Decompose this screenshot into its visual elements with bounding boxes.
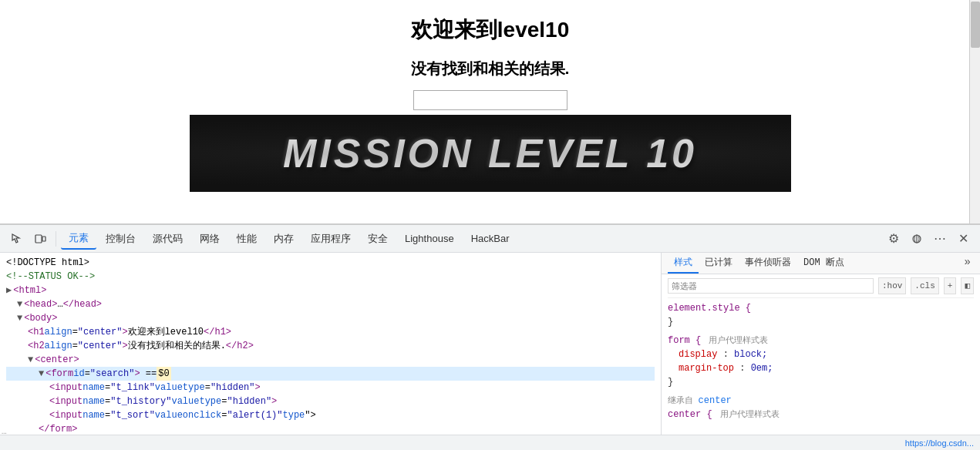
html-arrow-head[interactable]: ▼ xyxy=(17,297,22,311)
html-line-head[interactable]: ▼ <head> … </head> xyxy=(6,297,655,311)
html-more-indicator: … xyxy=(2,427,7,435)
page-scrollbar[interactable] xyxy=(969,0,980,223)
styles-content: :hov .cls + ◧ element.style { } xyxy=(662,274,980,429)
styles-tab-styles[interactable]: 样式 xyxy=(668,253,699,274)
tab-console[interactable]: 控制台 xyxy=(98,229,143,249)
cls-button[interactable]: .cls xyxy=(911,277,938,294)
tab-sources[interactable]: 源代码 xyxy=(145,229,190,249)
dom-0-marker: $0 xyxy=(157,367,170,381)
html-line-comment: <!--STATUS OK--> xyxy=(6,270,655,284)
close-devtools-icon[interactable]: ✕ xyxy=(952,228,974,250)
page-subtitle: 没有找到和相关的结果. xyxy=(411,59,570,79)
html-line-html[interactable]: ▶ <html> xyxy=(6,284,655,297)
form-style-close: } xyxy=(668,375,974,389)
tab-performance[interactable]: 性能 xyxy=(229,229,264,249)
element-style-block: element.style { } xyxy=(668,301,974,329)
device-icon-button[interactable] xyxy=(29,228,51,250)
html-line-h1[interactable]: <h1 align = "center" > 欢迎来到level10 </h1> xyxy=(6,325,655,339)
tab-elements[interactable]: 元素 xyxy=(61,228,96,250)
form-style-block: form { 用户代理样式表 display : block; margin-t… xyxy=(668,334,974,389)
tab-network[interactable]: 网络 xyxy=(192,229,227,249)
html-line-center[interactable]: ▼ <center> xyxy=(6,353,655,367)
styles-tabs: 样式 已计算 事件侦听器 DOM 断点 » xyxy=(662,253,980,274)
inspect-icon-button[interactable] xyxy=(6,228,28,250)
add-style-icon[interactable]: + xyxy=(944,277,957,294)
tab-lighthouse[interactable]: Lighthouse xyxy=(397,230,462,247)
element-style-close: } xyxy=(668,315,974,329)
html-line-input1[interactable]: <input name = "t_link" value type = "hid… xyxy=(6,381,655,395)
html-line-doctype: <!DOCTYPE html> xyxy=(6,256,655,270)
styles-tab-more-icon[interactable]: » xyxy=(961,253,974,274)
more-options-icon[interactable]: ⋯ xyxy=(929,228,951,250)
html-panel: <!DOCTYPE html> <!--STATUS OK--> ▶ <html… xyxy=(0,253,662,435)
hov-button[interactable]: :hov xyxy=(878,277,906,294)
svg-rect-0 xyxy=(35,235,42,243)
status-bar: https://blog.csdn... xyxy=(0,435,980,450)
html-arrow-html[interactable]: ▶ xyxy=(6,284,12,297)
styles-tab-dom-breakpoints[interactable]: DOM 断点 xyxy=(797,253,850,274)
inherit-center-link[interactable]: center xyxy=(699,395,732,406)
inherited-center-block: 继承自 center center { 用户代理样式表 xyxy=(668,394,974,421)
html-line-input2[interactable]: <input name = "t_history" value type = "… xyxy=(6,395,655,408)
form-margin-prop: margin-top : 0em; xyxy=(668,361,974,375)
element-style-selector: element.style { xyxy=(668,301,974,315)
toggle-style-icon[interactable]: ◧ xyxy=(961,277,974,294)
devtools-toolbar: 元素 控制台 源代码 网络 性能 内存 应用程序 安全 Lighthouse H… xyxy=(0,225,980,253)
html-line-input3[interactable]: <input name = "t_sort" value onclick = "… xyxy=(6,408,655,422)
html-content: <!DOCTYPE html> <!--STATUS OK--> ▶ <html… xyxy=(0,253,661,435)
toolbar-separator-1 xyxy=(56,231,56,247)
html-line-body[interactable]: ▼ <body> xyxy=(6,311,655,325)
page-title: 欢迎来到level10 xyxy=(411,15,569,45)
styles-filter-row: :hov .cls + ◧ xyxy=(668,277,974,298)
settings-gear-icon[interactable]: ⚙ xyxy=(883,228,904,250)
devtools-panel: 元素 控制台 源代码 网络 性能 内存 应用程序 安全 Lighthouse H… xyxy=(0,223,980,450)
html-line-form[interactable]: ▼ <form id = "search" > == $0 xyxy=(6,367,655,381)
html-line-form-close[interactable]: </form> xyxy=(6,422,655,435)
customize-icon[interactable] xyxy=(906,228,928,250)
html-line-h2[interactable]: <h2 align = "center" > 没有找到和相关的结果. </h2> xyxy=(6,339,655,353)
styles-tab-event-listeners[interactable]: 事件侦听器 xyxy=(739,253,797,274)
main-page: 欢迎来到level10 没有找到和相关的结果. Mission Level 10 xyxy=(0,0,980,223)
search-input[interactable] xyxy=(413,90,567,110)
form-style-header: form { 用户代理样式表 xyxy=(668,334,974,348)
devtools-body: <!DOCTYPE html> <!--STATUS OK--> ▶ <html… xyxy=(0,253,980,435)
html-arrow-body[interactable]: ▼ xyxy=(17,311,22,325)
inherit-label: 继承自 center xyxy=(668,394,974,408)
styles-panel: 样式 已计算 事件侦听器 DOM 断点 » :hov .cls + ◧ xyxy=(662,253,980,435)
center-style-header: center { 用户代理样式表 xyxy=(668,408,974,421)
styles-tab-computed[interactable]: 已计算 xyxy=(699,253,739,274)
mission-image: Mission Level 10 xyxy=(190,115,791,192)
form-display-prop: display : block; xyxy=(668,348,974,361)
mission-image-text: Mission Level 10 xyxy=(283,130,697,176)
tab-hackbar[interactable]: HackBar xyxy=(463,230,517,247)
styles-filter-input[interactable] xyxy=(668,278,874,294)
tab-application[interactable]: 应用程序 xyxy=(303,229,359,249)
svg-rect-1 xyxy=(42,237,45,241)
tab-security[interactable]: 安全 xyxy=(360,229,396,249)
scrollbar-thumb[interactable] xyxy=(971,2,980,48)
html-arrow-center[interactable]: ▼ xyxy=(28,353,33,367)
tab-memory[interactable]: 内存 xyxy=(266,229,301,249)
status-url: https://blog.csdn... xyxy=(905,438,974,448)
html-arrow-form[interactable]: ▼ xyxy=(39,367,44,381)
